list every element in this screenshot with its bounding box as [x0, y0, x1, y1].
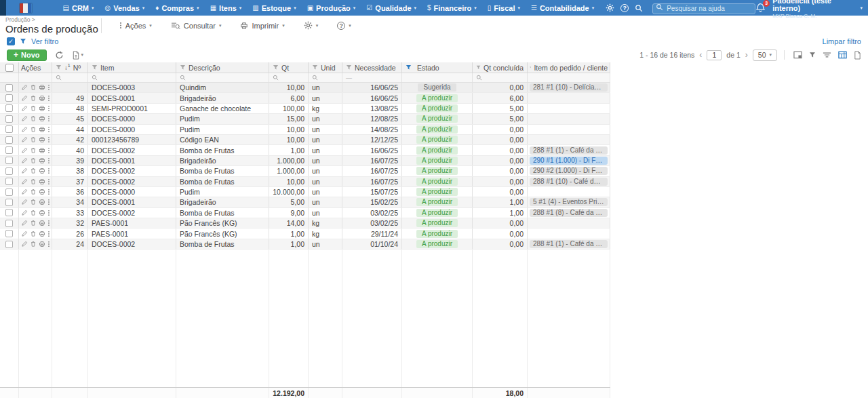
- col-need[interactable]: Necessidade: [342, 62, 402, 73]
- row-checkbox[interactable]: [5, 84, 13, 92]
- table-row[interactable]: 48 SEMI-PROD0001 Ganache de chocolate 10…: [0, 104, 610, 114]
- active-funnel-icon[interactable]: [406, 64, 412, 71]
- col-desc[interactable]: Descrição: [176, 62, 269, 73]
- limpar-filtro-link[interactable]: Limpar filtro: [823, 37, 861, 45]
- pedido-chip[interactable]: 288 #1 (1) - Café da Esq...: [530, 240, 608, 248]
- table-row[interactable]: 24 DOCES-0002 Bomba de Frutas 1,00 un 01…: [0, 239, 610, 250]
- menu-itens[interactable]: ▦ Itens ▾: [205, 0, 248, 16]
- novo-button[interactable]: + Novo: [7, 49, 47, 61]
- pedido-chip[interactable]: 290 #1 (1.000) - Di Fami...: [530, 157, 608, 165]
- menu-producao[interactable]: ▣ Produção ▾: [302, 0, 361, 16]
- edit-icon[interactable]: [21, 115, 28, 122]
- row-checkbox[interactable]: [5, 115, 13, 123]
- menu-financeiro[interactable]: $ Financeiro ▾: [422, 0, 482, 16]
- print-icon[interactable]: [39, 167, 45, 174]
- menu-compras[interactable]: ♦ Compras ▾: [150, 0, 204, 16]
- pedido-chip[interactable]: 288 #1 (10) - Café da Es...: [530, 178, 608, 186]
- prev-page-icon[interactable]: ‹: [699, 51, 702, 59]
- row-checkbox[interactable]: [5, 178, 13, 185]
- more-icon[interactable]: [47, 157, 50, 164]
- print-icon[interactable]: [39, 147, 45, 154]
- more-icon[interactable]: [47, 199, 50, 205]
- row-checkbox[interactable]: [5, 136, 13, 144]
- print-icon[interactable]: [39, 157, 45, 164]
- row-checkbox[interactable]: [5, 94, 13, 102]
- table-row[interactable]: 44 DOCES-0000 Pudim 10,00 un 14/08/25 A …: [0, 125, 610, 135]
- help-search-input[interactable]: [652, 3, 755, 14]
- menu-fiscal[interactable]: ▯ Fiscal ▾: [482, 0, 526, 16]
- edit-icon[interactable]: [21, 220, 28, 226]
- more-icon[interactable]: [47, 136, 50, 143]
- col-qt[interactable]: Qt: [269, 62, 309, 73]
- consultar-menu[interactable]: Consultar▾: [161, 22, 231, 30]
- filter-need[interactable]: —: [342, 73, 402, 82]
- menu-vendas[interactable]: ◎ Vendas ▾: [100, 0, 151, 16]
- table-row[interactable]: 38 DOCES-0002 Bomba de Frutas 1.000,00 u…: [0, 166, 610, 176]
- edit-icon[interactable]: [21, 95, 28, 102]
- table-row[interactable]: 40 DOCES-0002 Bomba de Frutas 1,00 un 16…: [0, 145, 610, 155]
- table-row[interactable]: 37 DOCES-0002 Bomba de Frutas 10,00 un 1…: [0, 177, 610, 187]
- help-icon[interactable]: ?: [620, 4, 629, 12]
- filter-desc[interactable]: [176, 73, 269, 82]
- more-icon[interactable]: [47, 188, 50, 195]
- filter-estado[interactable]: [402, 73, 473, 82]
- delete-icon[interactable]: [30, 188, 37, 195]
- more-icon[interactable]: [47, 147, 50, 154]
- row-checkbox[interactable]: [5, 199, 13, 206]
- grid-filter-icon[interactable]: [809, 52, 816, 58]
- edit-icon[interactable]: [21, 188, 28, 195]
- delete-icon[interactable]: [30, 220, 37, 226]
- page-size-select[interactable]: 50▾: [753, 49, 777, 61]
- table-row[interactable]: DOCES-0003 Quindim 10,00 un 16/06/25 Sug…: [0, 83, 610, 93]
- columns-panel-icon[interactable]: [793, 51, 802, 59]
- row-checkbox[interactable]: [5, 209, 13, 216]
- print-icon[interactable]: [39, 136, 45, 143]
- export-excel-icon[interactable]: [838, 51, 847, 59]
- notifications-bell-icon[interactable]: 3: [755, 3, 766, 13]
- edit-icon[interactable]: [21, 84, 28, 91]
- print-icon[interactable]: [39, 126, 45, 133]
- edit-icon[interactable]: [21, 147, 28, 154]
- table-row[interactable]: 42 000123456789 Código EAN 10,00 un 12/1…: [0, 135, 610, 145]
- menu-contabilidade[interactable]: ☰ Contabilidade ▾: [526, 0, 599, 16]
- delete-icon[interactable]: [30, 126, 37, 133]
- delete-icon[interactable]: [30, 84, 37, 91]
- more-icon[interactable]: [47, 241, 50, 247]
- col-qtc[interactable]: Qt concluída: [473, 62, 528, 73]
- menu-crm[interactable]: ▤ CRM ▾: [58, 0, 100, 16]
- print-icon[interactable]: [39, 95, 45, 102]
- print-icon[interactable]: [39, 210, 45, 216]
- funnel-icon[interactable]: [346, 64, 352, 71]
- pedido-chip[interactable]: 290 #2 (1.000) - Di Fami...: [530, 167, 608, 175]
- export-document-icon[interactable]: [854, 51, 861, 60]
- more-icon[interactable]: [47, 178, 50, 185]
- more-icon[interactable]: [47, 220, 50, 226]
- funnel-icon[interactable]: [92, 64, 98, 71]
- delete-icon[interactable]: [30, 178, 37, 185]
- delete-icon[interactable]: [30, 157, 37, 164]
- print-icon[interactable]: [39, 199, 45, 205]
- more-icon[interactable]: [47, 126, 50, 133]
- row-checkbox[interactable]: [5, 188, 13, 196]
- page-settings-menu[interactable]: ▾: [294, 21, 328, 30]
- row-checkbox[interactable]: [5, 104, 13, 112]
- more-icon[interactable]: [47, 95, 50, 102]
- funnel-icon[interactable]: [476, 64, 481, 71]
- print-icon[interactable]: [39, 115, 45, 122]
- delete-icon[interactable]: [30, 95, 37, 102]
- delete-icon[interactable]: [30, 167, 37, 174]
- delete-icon[interactable]: [30, 199, 37, 205]
- table-row[interactable]: 39 DOCES-0001 Brigadeirão 1.000,00 un 16…: [0, 156, 610, 166]
- delete-icon[interactable]: [30, 136, 37, 143]
- more-icon[interactable]: [47, 231, 50, 237]
- row-checkbox[interactable]: [5, 125, 13, 133]
- edit-icon[interactable]: [21, 157, 28, 164]
- col-item[interactable]: Item: [88, 62, 176, 73]
- edit-icon[interactable]: [21, 231, 28, 237]
- row-density-icon[interactable]: [823, 52, 831, 58]
- delete-icon[interactable]: [30, 231, 37, 237]
- acoes-menu[interactable]: Ações▾: [110, 22, 161, 30]
- refresh-icon[interactable]: [55, 51, 64, 60]
- table-row[interactable]: 45 DOCES-0000 Pudim 15,00 un 12/08/25 A …: [0, 114, 610, 124]
- table-row[interactable]: 33 DOCES-0002 Bomba de Frutas 9,00 un 03…: [0, 208, 610, 218]
